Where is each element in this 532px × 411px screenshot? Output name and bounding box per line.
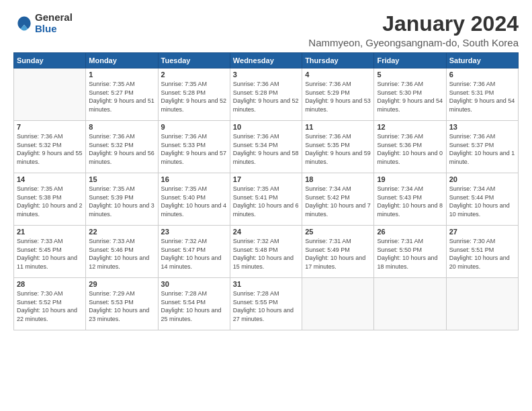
calendar-cell: 16Sunrise: 7:35 AMSunset: 5:40 PMDayligh… [158, 173, 230, 226]
day-number: 28 [17, 280, 83, 288]
day-info: Sunrise: 7:29 AMSunset: 5:53 PMDaylight:… [89, 289, 154, 323]
day-info: Sunrise: 7:36 AMSunset: 5:34 PMDaylight:… [233, 132, 299, 166]
day-number: 31 [233, 280, 299, 288]
calendar-cell: 21Sunrise: 7:33 AMSunset: 5:45 PMDayligh… [14, 226, 86, 278]
day-number: 14 [17, 175, 83, 183]
day-info: Sunrise: 7:35 AMSunset: 5:41 PMDaylight:… [233, 185, 299, 218]
calendar-cell: 1Sunrise: 7:35 AMSunset: 5:27 PMDaylight… [86, 68, 158, 121]
day-number: 23 [161, 228, 227, 236]
day-info: Sunrise: 7:31 AMSunset: 5:49 PMDaylight:… [305, 237, 371, 271]
day-number: 10 [233, 123, 299, 131]
calendar-cell: 9Sunrise: 7:36 AMSunset: 5:33 PMDaylight… [158, 121, 230, 173]
day-info: Sunrise: 7:31 AMSunset: 5:50 PMDaylight:… [377, 237, 443, 271]
calendar-cell [374, 278, 446, 330]
day-number: 18 [305, 175, 371, 183]
month-title: January 2024 [308, 12, 519, 36]
day-info: Sunrise: 7:35 AMSunset: 5:27 PMDaylight:… [89, 80, 154, 113]
calendar-cell: 13Sunrise: 7:36 AMSunset: 5:37 PMDayligh… [446, 121, 518, 173]
header-day-sunday: Sunday [14, 53, 86, 68]
day-number: 11 [305, 123, 371, 131]
day-number: 16 [161, 175, 227, 183]
calendar-cell: 4Sunrise: 7:36 AMSunset: 5:29 PMDaylight… [302, 68, 374, 121]
calendar-cell: 28Sunrise: 7:30 AMSunset: 5:52 PMDayligh… [14, 278, 86, 330]
week-row-3: 14Sunrise: 7:35 AMSunset: 5:38 PMDayligh… [14, 173, 519, 226]
calendar-cell: 3Sunrise: 7:36 AMSunset: 5:28 PMDaylight… [230, 68, 302, 121]
day-info: Sunrise: 7:28 AMSunset: 5:55 PMDaylight:… [233, 289, 299, 323]
day-info: Sunrise: 7:36 AMSunset: 5:36 PMDaylight:… [377, 132, 443, 166]
day-info: Sunrise: 7:35 AMSunset: 5:28 PMDaylight:… [161, 80, 227, 113]
calendar-cell: 31Sunrise: 7:28 AMSunset: 5:55 PMDayligh… [230, 278, 302, 330]
header-row: SundayMondayTuesdayWednesdayThursdayFrid… [14, 53, 519, 68]
header-day-tuesday: Tuesday [158, 53, 230, 68]
day-info: Sunrise: 7:30 AMSunset: 5:52 PMDaylight:… [17, 289, 83, 323]
title-area: January 2024 Nammyeon, Gyeongsangnam-do,… [308, 12, 519, 48]
calendar-cell: 6Sunrise: 7:36 AMSunset: 5:31 PMDaylight… [446, 68, 518, 121]
day-info: Sunrise: 7:36 AMSunset: 5:37 PMDaylight:… [449, 132, 515, 166]
calendar-cell [446, 278, 518, 330]
day-info: Sunrise: 7:35 AMSunset: 5:39 PMDaylight:… [89, 185, 154, 218]
header-day-friday: Friday [374, 53, 446, 68]
day-info: Sunrise: 7:34 AMSunset: 5:43 PMDaylight:… [377, 185, 443, 218]
calendar-cell: 5Sunrise: 7:36 AMSunset: 5:30 PMDaylight… [374, 68, 446, 121]
calendar-cell: 2Sunrise: 7:35 AMSunset: 5:28 PMDaylight… [158, 68, 230, 121]
day-number: 21 [17, 228, 83, 236]
day-info: Sunrise: 7:35 AMSunset: 5:40 PMDaylight:… [161, 185, 227, 218]
day-number: 20 [449, 175, 515, 183]
day-number: 17 [233, 175, 299, 183]
day-info: Sunrise: 7:35 AMSunset: 5:38 PMDaylight:… [17, 185, 83, 218]
day-info: Sunrise: 7:33 AMSunset: 5:45 PMDaylight:… [17, 237, 83, 271]
location-title: Nammyeon, Gyeongsangnam-do, South Korea [308, 37, 519, 48]
calendar-cell: 20Sunrise: 7:34 AMSunset: 5:44 PMDayligh… [446, 173, 518, 226]
day-info: Sunrise: 7:32 AMSunset: 5:48 PMDaylight:… [233, 237, 299, 271]
day-number: 13 [449, 123, 515, 131]
day-info: Sunrise: 7:36 AMSunset: 5:32 PMDaylight:… [17, 132, 83, 166]
week-row-5: 28Sunrise: 7:30 AMSunset: 5:52 PMDayligh… [14, 278, 519, 330]
logo-icon [15, 14, 34, 33]
day-info: Sunrise: 7:36 AMSunset: 5:35 PMDaylight:… [305, 132, 371, 166]
calendar-cell: 10Sunrise: 7:36 AMSunset: 5:34 PMDayligh… [230, 121, 302, 173]
day-number: 19 [377, 175, 443, 183]
week-row-1: 1Sunrise: 7:35 AMSunset: 5:27 PMDaylight… [14, 68, 519, 121]
day-info: Sunrise: 7:36 AMSunset: 5:28 PMDaylight:… [233, 80, 299, 113]
day-number: 5 [377, 71, 443, 79]
day-number: 9 [161, 123, 227, 131]
day-number: 6 [449, 71, 515, 79]
week-row-4: 21Sunrise: 7:33 AMSunset: 5:45 PMDayligh… [14, 226, 519, 278]
page: General Blue January 2024 Nammyeon, Gyeo… [0, 0, 532, 411]
header-day-thursday: Thursday [302, 53, 374, 68]
day-number: 1 [89, 71, 154, 79]
calendar-table: SundayMondayTuesdayWednesdayThursdayFrid… [13, 52, 519, 330]
calendar-cell: 12Sunrise: 7:36 AMSunset: 5:36 PMDayligh… [374, 121, 446, 173]
calendar-cell: 23Sunrise: 7:32 AMSunset: 5:47 PMDayligh… [158, 226, 230, 278]
day-number: 8 [89, 123, 154, 131]
calendar-cell: 27Sunrise: 7:30 AMSunset: 5:51 PMDayligh… [446, 226, 518, 278]
calendar-cell: 25Sunrise: 7:31 AMSunset: 5:49 PMDayligh… [302, 226, 374, 278]
calendar-cell: 29Sunrise: 7:29 AMSunset: 5:53 PMDayligh… [86, 278, 158, 330]
logo-area: General Blue [13, 12, 73, 34]
day-info: Sunrise: 7:32 AMSunset: 5:47 PMDaylight:… [161, 237, 227, 271]
calendar-cell: 14Sunrise: 7:35 AMSunset: 5:38 PMDayligh… [14, 173, 86, 226]
day-info: Sunrise: 7:33 AMSunset: 5:46 PMDaylight:… [89, 237, 154, 271]
calendar-cell: 24Sunrise: 7:32 AMSunset: 5:48 PMDayligh… [230, 226, 302, 278]
day-number: 24 [233, 228, 299, 236]
header: General Blue January 2024 Nammyeon, Gyeo… [13, 12, 519, 48]
day-number: 2 [161, 71, 227, 79]
logo-general-text: General [35, 12, 73, 24]
calendar-cell: 8Sunrise: 7:36 AMSunset: 5:32 PMDaylight… [86, 121, 158, 173]
day-info: Sunrise: 7:36 AMSunset: 5:31 PMDaylight:… [449, 80, 515, 113]
calendar-cell: 26Sunrise: 7:31 AMSunset: 5:50 PMDayligh… [374, 226, 446, 278]
day-number: 27 [449, 228, 515, 236]
logo-text: General Blue [35, 12, 73, 34]
day-info: Sunrise: 7:28 AMSunset: 5:54 PMDaylight:… [161, 289, 227, 323]
day-info: Sunrise: 7:36 AMSunset: 5:30 PMDaylight:… [377, 80, 443, 113]
day-number: 7 [17, 123, 83, 131]
header-day-monday: Monday [86, 53, 158, 68]
day-number: 29 [89, 280, 154, 288]
calendar-cell [14, 68, 86, 121]
calendar-cell [302, 278, 374, 330]
calendar-cell: 19Sunrise: 7:34 AMSunset: 5:43 PMDayligh… [374, 173, 446, 226]
day-info: Sunrise: 7:36 AMSunset: 5:32 PMDaylight:… [89, 132, 154, 166]
day-number: 12 [377, 123, 443, 131]
week-row-2: 7Sunrise: 7:36 AMSunset: 5:32 PMDaylight… [14, 121, 519, 173]
day-number: 4 [305, 71, 371, 79]
